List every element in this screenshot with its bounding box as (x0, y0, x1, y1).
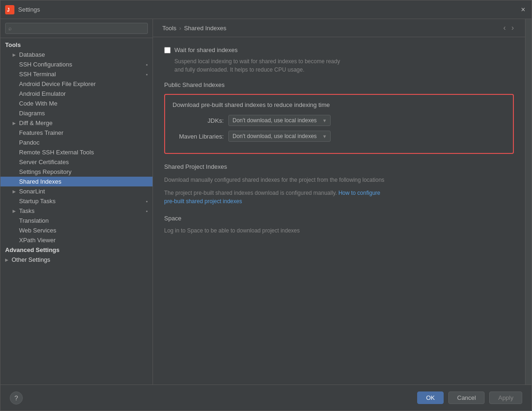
expand-icon: ▶ (13, 121, 19, 126)
settings-repository-label: Settings Repository (19, 168, 72, 175)
sidebar-item-tools[interactable]: Tools (0, 40, 153, 50)
expand-icon: ▶ (13, 209, 19, 213)
tools-label: Tools (5, 41, 21, 48)
settings-dialog: J Settings × ⌕ Tools ▶ Database (0, 0, 532, 411)
sidebar-item-startup-tasks[interactable]: Startup Tasks ▪ (0, 196, 153, 206)
public-shared-indexes-title: Public Shared Indexes (164, 81, 514, 88)
shared-indexes-label: Shared Indexes (19, 178, 61, 185)
settings-content: Wait for shared indexes Suspend local in… (153, 37, 525, 384)
sidebar-tree: Tools ▶ Database SSH Configurations ▪ SS… (0, 38, 153, 384)
nav-arrows: ‹ › (501, 24, 516, 32)
sidebar-item-translation[interactable]: Translation (0, 216, 153, 225)
search-box: ⌕ (0, 19, 153, 38)
sidebar-item-pandoc[interactable]: Pandoc (0, 138, 153, 147)
maven-select[interactable]: Don't download, use local indexes Downlo… (228, 131, 331, 142)
sidebar-item-diff-merge[interactable]: ▶ Diff & Merge (0, 118, 153, 128)
jdks-select[interactable]: Don't download, use local indexes Downlo… (228, 115, 331, 126)
breadcrumb-separator: › (179, 25, 181, 32)
close-button[interactable]: × (519, 6, 527, 13)
config-icon: ▪ (146, 62, 148, 67)
startup-tasks-label: Startup Tasks (19, 198, 56, 205)
maven-row: Maven Libraries: Don't download, use loc… (173, 131, 505, 142)
ok-button[interactable]: OK (417, 391, 444, 404)
wait-for-indexes-checkbox[interactable] (164, 47, 171, 53)
sidebar-item-remote-ssh[interactable]: Remote SSH External Tools (0, 147, 153, 157)
space-section: Space Log in to Space to be able to down… (164, 215, 514, 234)
sidebar-item-ssh-configurations[interactable]: SSH Configurations ▪ (0, 60, 153, 69)
nav-back-button[interactable]: ‹ (501, 24, 507, 32)
shared-project-description: Download manually configured shared inde… (164, 176, 514, 184)
sidebar-item-server-certificates[interactable]: Server Certificates (0, 157, 153, 167)
expand-icon: ▶ (13, 189, 19, 194)
android-device-label: Android Device File Explorer (19, 80, 96, 87)
sidebar: ⌕ Tools ▶ Database SSH Configurations ▪ (0, 19, 153, 384)
ssh-terminal-label: SSH Terminal (19, 71, 56, 78)
remote-ssh-label: Remote SSH External Tools (19, 149, 94, 156)
window-title: Settings (18, 6, 519, 13)
app-icon: J (5, 5, 14, 14)
tasks-label: Tasks (19, 207, 34, 214)
sidebar-item-settings-repository[interactable]: Settings Repository (0, 167, 153, 177)
advanced-settings-label: Advanced Settings (5, 246, 60, 253)
sidebar-item-database[interactable]: ▶ Database (0, 50, 153, 60)
info-text: The project pre-built shared indexes dow… (164, 190, 337, 196)
breadcrumb-current: Shared Indexes (184, 25, 226, 32)
sidebar-item-android-device[interactable]: Android Device File Explorer (0, 79, 153, 89)
bottom-bar: ? OK Cancel Apply (0, 384, 532, 411)
sidebar-item-xpath-viewer[interactable]: XPath Viewer (0, 235, 153, 245)
maven-label: Maven Libraries: (173, 133, 224, 140)
apply-button[interactable]: Apply (489, 391, 522, 404)
shared-project-indexes-title: Shared Project Indexes (164, 163, 514, 170)
sidebar-item-other-settings[interactable]: ▶ Other Settings (0, 255, 153, 265)
xpath-viewer-label: XPath Viewer (19, 237, 56, 244)
diff-merge-label: Diff & Merge (19, 119, 53, 126)
search-wrapper: ⌕ (5, 23, 148, 34)
sidebar-item-advanced-settings[interactable]: Advanced Settings (0, 245, 153, 255)
sonarlint-label: SonarLint (19, 188, 45, 195)
space-description: Log in to Space to be able to download p… (164, 227, 514, 234)
android-emulator-label: Android Emulator (19, 90, 66, 97)
breadcrumb-parent: Tools (162, 25, 176, 32)
jdks-row: JDKs: Don't download, use local indexes … (173, 115, 505, 126)
features-trainer-label: Features Trainer (19, 129, 63, 136)
help-button[interactable]: ? (10, 391, 23, 404)
sidebar-item-android-emulator[interactable]: Android Emulator (0, 89, 153, 99)
pandoc-label: Pandoc (19, 139, 40, 146)
expand-icon: ▶ (13, 53, 19, 57)
right-panel: Tools › Shared Indexes ‹ › Wait for shar… (153, 19, 525, 384)
wait-for-indexes-row: Wait for shared indexes (164, 46, 514, 53)
ssh-configurations-label: SSH Configurations (19, 61, 72, 68)
search-input[interactable] (5, 23, 148, 34)
translation-label: Translation (19, 217, 49, 224)
sidebar-item-shared-indexes[interactable]: Shared Indexes (0, 177, 153, 186)
search-icon: ⌕ (8, 25, 12, 32)
expand-icon: ▶ (5, 258, 12, 262)
jdks-select-wrapper: Don't download, use local indexes Downlo… (228, 115, 331, 126)
diagrams-label: Diagrams (19, 110, 45, 117)
sidebar-item-tasks[interactable]: ▶ Tasks ▪ (0, 206, 153, 216)
sidebar-item-code-with-me[interactable]: Code With Me (0, 99, 153, 108)
nav-forward-button[interactable]: › (510, 24, 516, 32)
sidebar-item-ssh-terminal[interactable]: SSH Terminal ▪ (0, 69, 153, 79)
main-content: ⌕ Tools ▶ Database SSH Configurations ▪ (0, 19, 532, 384)
sidebar-item-web-services[interactable]: Web Services (0, 225, 153, 235)
svg-text:J: J (7, 7, 10, 13)
wait-for-indexes-description: Suspend local indexing to wait for share… (174, 57, 514, 74)
box-description: Download pre-built shared indexes to red… (173, 101, 505, 108)
breadcrumb-bar: Tools › Shared Indexes ‹ › (153, 19, 525, 37)
cancel-button[interactable]: Cancel (448, 391, 485, 404)
wait-for-indexes-label[interactable]: Wait for shared indexes (174, 46, 238, 53)
shared-project-info: The project pre-built shared indexes dow… (164, 189, 514, 206)
sidebar-item-features-trainer[interactable]: Features Trainer (0, 128, 153, 138)
sidebar-item-diagrams[interactable]: Diagrams (0, 108, 153, 118)
public-indexes-box: Download pre-built shared indexes to red… (164, 94, 514, 154)
web-services-label: Web Services (19, 227, 56, 234)
right-edge-bar (525, 19, 532, 384)
code-with-me-label: Code With Me (19, 100, 57, 107)
jdks-label: JDKs: (173, 117, 224, 124)
space-title: Space (164, 215, 514, 222)
database-label: Database (19, 51, 45, 58)
sidebar-item-sonarlint[interactable]: ▶ SonarLint (0, 186, 153, 196)
title-bar: J Settings × (0, 0, 532, 19)
config-icon: ▪ (146, 208, 148, 214)
